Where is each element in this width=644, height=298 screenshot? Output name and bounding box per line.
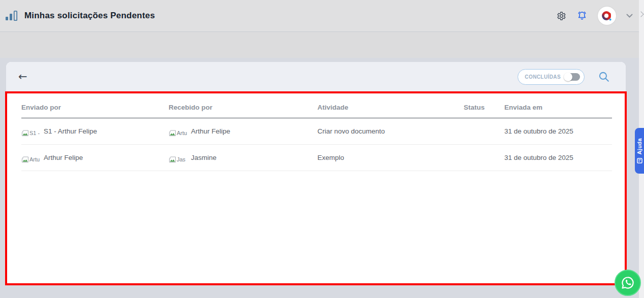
activity-cell: Criar novo documento [317,127,464,135]
column-header-enviada-em: Enviada em [504,104,612,111]
column-header-recebido-por: Recebido por [169,104,317,111]
chevron-down-icon[interactable] [626,14,633,18]
sent-date-cell: 31 de outubro de 2025 [504,127,612,135]
receiver-cell: Artu Arthur Felipe [169,126,317,137]
sender-cell: Artu Arthur Felipe [21,152,169,163]
table-row[interactable]: Artu Arthur Felipe Jas Jasmine Exemplo 3… [21,145,612,171]
search-icon[interactable] [598,71,610,83]
broken-avatar-image-icon: S1 - [21,130,44,137]
user-avatar[interactable] [598,7,616,25]
activity-cell: Exemplo [317,154,464,161]
column-header-atividade: Atividade [317,104,464,111]
back-button[interactable]: ← [18,72,27,82]
requests-table: Enviado por Recebido por Atividade Statu… [6,91,626,171]
broken-avatar-image-icon: Artu [169,130,191,137]
receiver-name: Arthur Felipe [191,127,230,135]
avatar-alt-text: Artu [29,156,40,163]
help-tab[interactable]: Ajuda [635,128,644,174]
panel-toolbar: ← CONCLUÍDAS [6,62,626,91]
concluidas-toggle[interactable]: CONCLUÍDAS [518,69,585,85]
sender-name: S1 - Arthur Felipe [44,127,97,135]
avatar-alt-text: Artu [177,130,187,137]
whatsapp-icon [620,275,635,290]
header-actions [556,0,633,31]
help-tab-label: Ajuda [636,138,642,155]
toolbar-right: CONCLUÍDAS [518,69,610,85]
whatsapp-button[interactable] [615,270,641,296]
column-header-status: Status [464,104,504,111]
scrollbar-arrow-icon [638,11,643,17]
book-icon [637,158,642,163]
table-row[interactable]: S1 - S1 - Arthur Felipe Artu Arthur Feli… [21,118,612,145]
sender-name: Arthur Felipe [44,154,83,161]
gear-icon[interactable] [556,11,566,21]
bell-icon[interactable] [576,10,588,21]
broken-avatar-image-icon: Artu [21,156,44,163]
receiver-cell: Jas Jasmine [169,152,317,163]
toggle-knob [564,73,572,81]
page-background-band [0,32,644,58]
bar-chart-icon [5,10,18,22]
sent-date-cell: 31 de outubro de 2025 [504,154,612,161]
avatar-alt-text: S1 - [29,130,40,137]
concluidas-toggle-label: CONCLUÍDAS [525,74,561,80]
toggle-switch[interactable] [565,73,580,81]
column-header-enviado-por: Enviado por [21,104,169,111]
broken-avatar-image-icon: Jas [169,156,191,163]
avatar-alt-text: Jas [177,156,185,163]
page-title: Minhas solicitações Pendentes [24,11,155,21]
table-header-row: Enviado por Recebido por Atividade Statu… [21,104,612,118]
receiver-name: Jasmine [191,154,216,161]
company-a-logo [601,10,613,22]
sender-cell: S1 - S1 - Arthur Felipe [21,126,169,137]
requests-panel: ← CONCLUÍDAS Enviado por Recebido por At… [6,62,626,284]
app-header: Minhas solicitações Pendentes [0,0,644,32]
